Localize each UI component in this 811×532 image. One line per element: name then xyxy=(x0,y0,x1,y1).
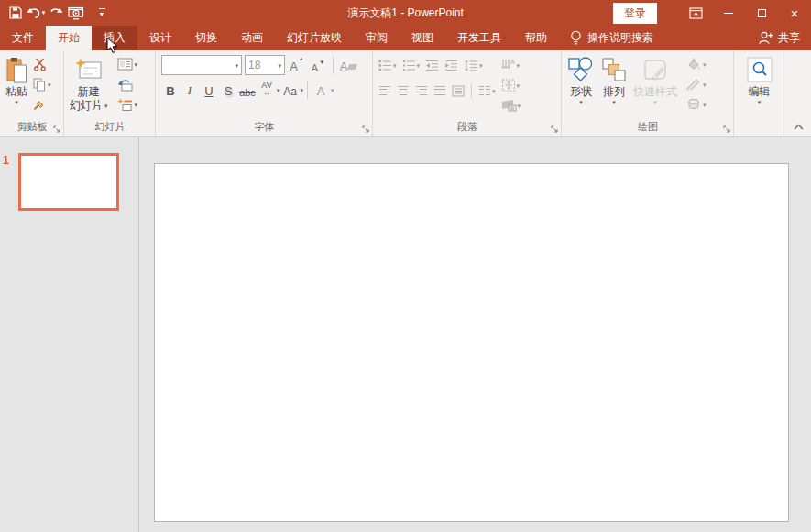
paste-button[interactable]: 粘贴 ▾ xyxy=(2,52,31,105)
text-shadow-button[interactable]: S xyxy=(219,80,237,100)
format-painter-button[interactable] xyxy=(31,96,53,113)
tab-animations[interactable]: 动画 xyxy=(229,26,275,50)
arrange-button[interactable]: 排列 ▾ xyxy=(598,52,630,105)
underline-button[interactable]: U xyxy=(200,80,218,100)
bold-button[interactable]: B xyxy=(161,80,180,100)
tab-file[interactable]: 文件 xyxy=(0,26,46,50)
bullets-button[interactable]: ▾ xyxy=(377,56,399,74)
align-left-button[interactable] xyxy=(377,81,393,100)
clear-formatting-button[interactable]: A xyxy=(339,55,357,75)
section-button[interactable]: ▾ xyxy=(115,96,140,113)
align-right-button[interactable] xyxy=(413,81,430,100)
shape-fill-dropdown-icon[interactable]: ▾ xyxy=(703,61,707,68)
font-size-dropdown-icon[interactable]: ▾ xyxy=(278,62,281,69)
arrange-dropdown-icon[interactable]: ▾ xyxy=(612,99,616,105)
decrease-font-size-button[interactable]: A▼ xyxy=(309,55,327,75)
font-name-dropdown-icon[interactable]: ▾ xyxy=(235,62,238,69)
line-spacing-button[interactable]: ▾ xyxy=(462,56,485,74)
smartart-dropdown-icon[interactable]: ▾ xyxy=(518,103,521,109)
font-color-button[interactable]: A xyxy=(312,80,330,100)
editing-button[interactable]: 编辑 ▾ xyxy=(743,52,776,105)
align-text-button[interactable]: ▾ xyxy=(499,76,523,94)
quick-styles-dropdown-icon[interactable]: ▾ xyxy=(653,99,657,105)
tab-developer[interactable]: 开发工具 xyxy=(445,26,513,50)
layout-dropdown-icon[interactable]: ▾ xyxy=(135,61,138,68)
italic-button[interactable]: I xyxy=(181,80,199,100)
shapes-dropdown-icon[interactable]: ▾ xyxy=(579,99,583,105)
increase-indent-button[interactable] xyxy=(443,56,460,74)
character-spacing-dropdown-icon[interactable]: ▾ xyxy=(277,87,280,93)
slide-layout-button[interactable]: ▾ xyxy=(115,56,140,72)
align-text-dropdown-icon[interactable]: ▾ xyxy=(517,82,521,89)
font-color-dropdown-icon[interactable]: ▾ xyxy=(331,87,334,93)
copy-button[interactable]: ▾ xyxy=(31,76,53,92)
columns-dropdown-icon[interactable]: ▾ xyxy=(492,88,496,94)
undo-dropdown-icon[interactable]: ▾ xyxy=(42,9,46,16)
close-button[interactable]: × xyxy=(778,0,811,26)
character-spacing-button[interactable]: AV ↔ xyxy=(258,80,276,100)
tab-review[interactable]: 审阅 xyxy=(354,26,400,50)
new-slide-button[interactable]: 新建 幻灯片 ▾ xyxy=(66,52,112,113)
justify-button[interactable] xyxy=(432,81,448,100)
shapes-button[interactable]: 形状 ▾ xyxy=(564,52,598,105)
shape-effects-button[interactable]: ▾ xyxy=(685,96,708,113)
drawing-dialog-launcher[interactable] xyxy=(723,125,731,134)
numbering-button[interactable]: ▾ xyxy=(400,56,422,74)
minimize-button[interactable] xyxy=(712,0,745,26)
quick-styles-button[interactable]: 快速样式 ▾ xyxy=(630,52,681,105)
tell-me-search[interactable]: 操作说明搜索 xyxy=(563,26,661,50)
tab-view[interactable]: 视图 xyxy=(400,26,445,50)
new-slide-dropdown-icon[interactable]: ▾ xyxy=(104,103,108,109)
decrease-indent-button[interactable] xyxy=(423,56,441,74)
text-direction-dropdown-icon[interactable]: ▾ xyxy=(517,62,521,69)
editing-dropdown-icon[interactable]: ▾ xyxy=(758,99,762,105)
convert-to-smartart-button[interactable]: ▾ xyxy=(499,96,523,114)
tab-help[interactable]: 帮助 xyxy=(513,26,559,50)
slide-thumbnail-panel[interactable]: 1 xyxy=(0,137,139,532)
redo-button[interactable] xyxy=(46,2,66,24)
font-dialog-launcher[interactable] xyxy=(362,125,370,134)
section-dropdown-icon[interactable]: ▾ xyxy=(135,102,138,108)
sign-in-button[interactable]: 登录 xyxy=(613,3,657,24)
strikethrough-button[interactable]: abc xyxy=(238,80,257,100)
change-case-dropdown-icon[interactable]: ▾ xyxy=(301,87,304,93)
slide-thumbnail[interactable] xyxy=(18,153,119,211)
shape-effects-dropdown-icon[interactable]: ▾ xyxy=(703,102,707,108)
slideshow-from-start-button[interactable] xyxy=(66,2,86,24)
increase-font-icon: ▲ xyxy=(299,56,304,61)
shape-outline-button[interactable]: ▾ xyxy=(685,76,708,92)
shape-outline-dropdown-icon[interactable]: ▾ xyxy=(703,81,707,88)
tab-design[interactable]: 设计 xyxy=(137,26,183,50)
distribute-text-button[interactable] xyxy=(450,81,466,100)
customize-qat-button[interactable]: ▼ xyxy=(92,2,112,24)
numbering-dropdown-icon[interactable]: ▾ xyxy=(417,62,421,69)
align-center-button[interactable] xyxy=(395,81,411,100)
paragraph-dialog-launcher[interactable] xyxy=(551,125,559,134)
columns-button[interactable]: ▾ xyxy=(477,81,498,100)
save-button[interactable] xyxy=(5,2,26,24)
increase-font-size-button[interactable]: A▲ xyxy=(288,55,306,75)
title-bar: ▾ ▼ 演示文稿1 - PowerPoint 登录 × xyxy=(0,0,811,26)
paste-dropdown-icon[interactable]: ▾ xyxy=(15,99,18,105)
line-spacing-dropdown-icon[interactable]: ▾ xyxy=(479,62,483,69)
collapse-ribbon-button[interactable] xyxy=(794,124,804,130)
share-button[interactable]: 共享 xyxy=(747,26,811,50)
tab-slide-show[interactable]: 幻灯片放映 xyxy=(275,26,354,50)
cut-button[interactable] xyxy=(31,56,53,72)
tab-home[interactable]: 开始 xyxy=(46,26,92,50)
slide-canvas[interactable] xyxy=(154,163,789,522)
reset-slide-button[interactable] xyxy=(115,76,140,92)
font-size-combo[interactable]: 18 ▾ xyxy=(245,55,285,75)
tab-insert[interactable]: 插入 xyxy=(92,26,137,50)
copy-dropdown-icon[interactable]: ▾ xyxy=(48,81,51,88)
undo-button[interactable]: ▾ xyxy=(26,2,46,24)
maximize-button[interactable] xyxy=(745,0,778,26)
text-direction-button[interactable]: A ▾ xyxy=(499,56,523,74)
tab-transitions[interactable]: 切换 xyxy=(183,26,229,50)
ribbon-display-options-button[interactable] xyxy=(679,0,712,26)
font-name-combo[interactable]: ▾ xyxy=(161,55,242,75)
bullets-dropdown-icon[interactable]: ▾ xyxy=(393,62,397,69)
shape-fill-button[interactable]: ▾ xyxy=(685,56,708,72)
clipboard-dialog-launcher[interactable] xyxy=(53,125,61,134)
change-case-button[interactable]: Aa xyxy=(281,80,300,100)
